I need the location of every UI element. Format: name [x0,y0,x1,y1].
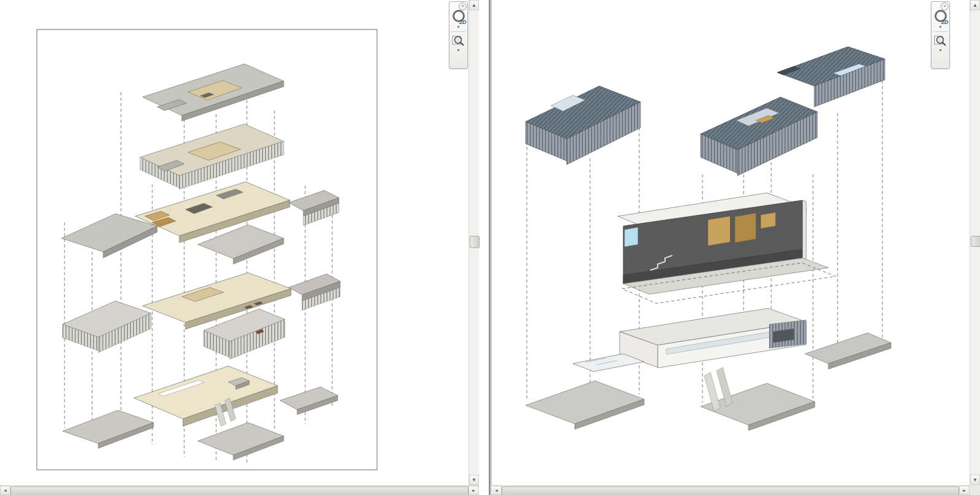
scroll-down-icon[interactable]: ▼ [970,475,980,485]
glass-roof-volume-middle [701,97,817,176]
glass-roof-volume-left [526,86,640,165]
chevron-down-icon[interactable]: ▾ [457,47,460,53]
scroll-right-icon[interactable]: ► [959,486,970,495]
right-3d-drawing[interactable] [492,0,970,485]
pane-divider[interactable] [479,0,491,495]
scroll-left-icon[interactable]: ◄ [491,486,502,495]
navbar-separator [933,31,947,32]
zoom-icon [934,34,947,47]
scrollbar-thumb[interactable] [971,236,980,247]
left-view-pane[interactable] [0,0,469,485]
navigation-bar-left: × 2D ▾ ▾ [449,1,468,69]
chevron-down-icon[interactable]: ▾ [939,47,942,53]
vertical-scrollbar-left[interactable]: ▲ ▼ [469,0,479,485]
scroll-up-icon[interactable]: ▲ [469,0,479,10]
steering-wheel-2d-button[interactable]: 2D [933,9,948,24]
zoom-tool-button[interactable] [451,34,466,47]
horizontal-scrollbar-right[interactable]: ◄ ► [491,485,970,495]
wheel-2d-label: 2D [941,19,949,25]
glass-roof-volume-right [777,47,885,107]
vertical-scrollbar-right[interactable]: ▲ ▼ [970,0,980,485]
scroll-up-icon[interactable]: ▲ [970,0,980,10]
scroll-down-icon[interactable]: ▼ [469,475,479,485]
navbar-separator [451,31,465,32]
scrollbar-thumb[interactable] [470,236,480,248]
left-sheet-drawing[interactable] [0,0,469,485]
cad-dual-view-window: × 2D ▾ ▾ × 2D ▾ [0,0,980,495]
scrollbar-thumb[interactable] [502,486,959,495]
wheel-2d-label: 2D [459,19,467,25]
scroll-right-icon[interactable]: ► [469,486,479,495]
scrollbar-corner [970,485,980,495]
lower-building-volume [573,308,806,372]
navigation-bar-right: × 2D ▾ ▾ [931,1,950,69]
steering-wheel-2d-button[interactable]: 2D [451,9,466,24]
horizontal-scrollbar-left[interactable]: ◄ ► [0,485,479,495]
right-view-pane[interactable] [491,0,970,485]
zoom-icon [452,34,465,47]
scroll-left-icon[interactable]: ◄ [0,486,10,495]
scrollbar-thumb[interactable] [10,486,469,495]
pane-divider-line [489,0,491,495]
interior-section-volume [618,193,836,303]
zoom-tool-button[interactable] [933,34,948,47]
